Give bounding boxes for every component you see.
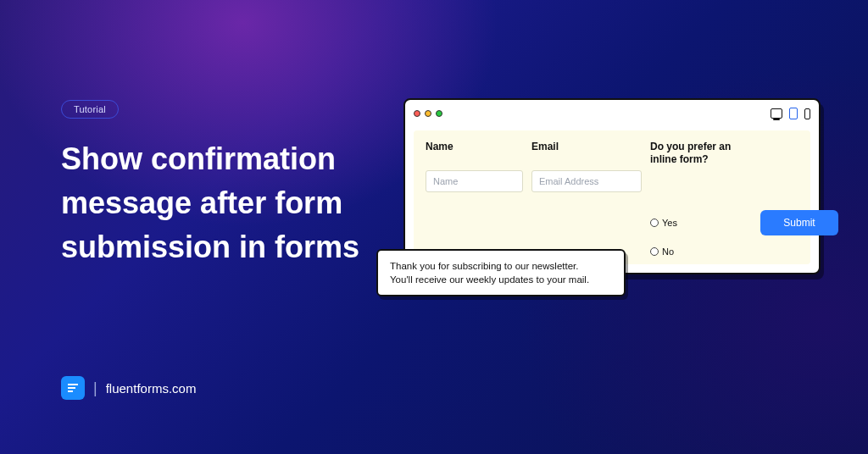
- preference-question: Do you prefer an inline form?: [650, 141, 752, 207]
- minimize-icon: [425, 110, 431, 117]
- name-label: Name: [426, 141, 523, 167]
- brand-text: fluentforms.com: [106, 381, 197, 396]
- device-switcher: [771, 108, 810, 119]
- window-titlebar: [405, 100, 819, 127]
- radio-icon: [650, 247, 659, 256]
- headline-block: Tutorial Show confirmation message after…: [61, 100, 417, 270]
- brand-lockup: | fluentforms.com: [61, 376, 196, 400]
- email-field[interactable]: Email Address: [531, 170, 642, 192]
- traffic-lights: [414, 110, 442, 117]
- mobile-icon[interactable]: [804, 108, 810, 119]
- brand-logo-icon: [61, 376, 85, 400]
- submit-button[interactable]: Submit: [760, 210, 838, 235]
- name-field[interactable]: Name: [426, 170, 523, 192]
- email-label: Email: [531, 141, 642, 167]
- category-badge: Tutorial: [61, 100, 119, 119]
- toast-line-2: You'll receive our weekly updates to you…: [390, 273, 612, 286]
- toast-line-1: Thank you for subscribing to our newslet…: [390, 259, 612, 273]
- maximize-icon: [436, 110, 442, 117]
- radio-no[interactable]: No: [650, 239, 752, 264]
- form-preview-window: Name Name Email Email Address Do you pre…: [403, 98, 821, 274]
- radio-icon: [650, 219, 659, 227]
- confirmation-toast: Thank you for subscribing to our newslet…: [376, 249, 626, 296]
- radio-no-label: No: [662, 246, 674, 257]
- desktop-icon[interactable]: [771, 108, 782, 119]
- brand-separator: |: [93, 379, 97, 397]
- page-title: Show confirmation message after form sub…: [61, 137, 417, 270]
- tablet-icon[interactable]: [789, 108, 798, 119]
- form-panel: Name Name Email Email Address Do you pre…: [414, 130, 810, 264]
- radio-yes-label: Yes: [662, 218, 677, 228]
- radio-yes[interactable]: Yes: [650, 210, 752, 235]
- promo-canvas: Tutorial Show confirmation message after…: [0, 0, 868, 454]
- close-icon: [414, 110, 420, 117]
